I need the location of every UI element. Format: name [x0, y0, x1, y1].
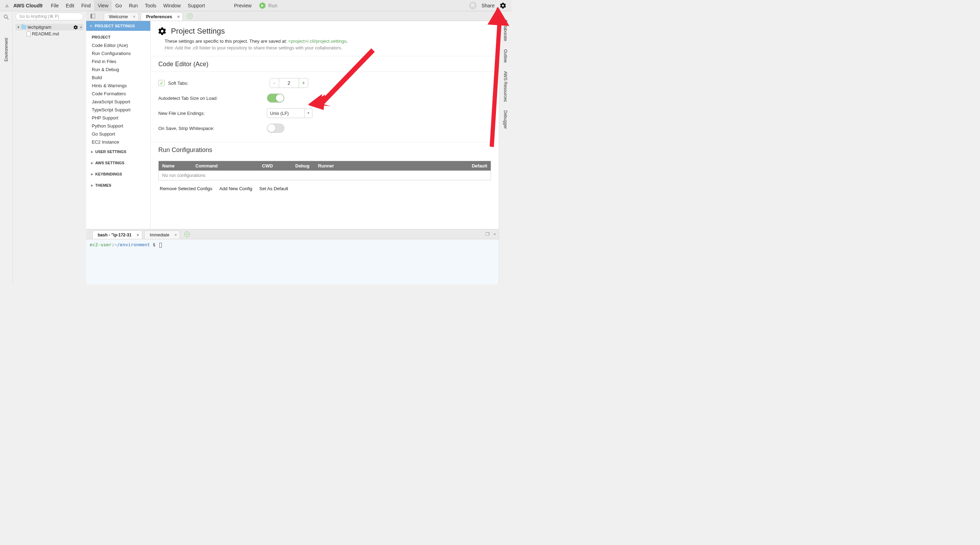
menubar: AWS Cloud9 File Edit Find View Go Run To… [0, 0, 511, 11]
pref-link-code-formatters[interactable]: Code Formatters [86, 90, 150, 98]
page-hint: Hint: Add the .c9 folder to your reposit… [151, 45, 499, 56]
environment-tab[interactable]: Environment [4, 38, 9, 61]
autodetect-toggle[interactable] [267, 94, 285, 103]
aws-resources-tab[interactable]: AWS Resources [503, 71, 508, 102]
pref-section-keybindings[interactable]: ▶KEYBINDINGS [86, 168, 150, 180]
menu-find[interactable]: Find [78, 0, 94, 11]
close-panel-icon[interactable]: × [493, 232, 496, 237]
new-tab-button[interactable]: + [187, 13, 192, 19]
tree-gear-icon[interactable] [73, 25, 78, 30]
col-name: Name [159, 161, 192, 171]
goto-anything-input[interactable]: Go to Anything (⌘ P) [16, 13, 83, 20]
page-description: These settings are specific to this proj… [151, 38, 499, 45]
newfile-select[interactable]: Unix (LF) ▼ [267, 108, 312, 118]
pref-link-php-support[interactable]: PHP Support [86, 114, 150, 122]
menu-edit[interactable]: Edit [62, 0, 78, 11]
tab-welcome[interactable]: Welcome × [104, 12, 139, 21]
terminal[interactable]: ec2-user:~/environment $ [86, 239, 499, 284]
editor-tabstrip: Welcome × Preferences × + [86, 11, 499, 21]
soft-tabs-checkbox[interactable] [158, 80, 165, 86]
soft-tabs-stepper: - 2 + [270, 78, 308, 88]
run-button[interactable]: Run [259, 2, 277, 9]
pref-link-hints-warnings[interactable]: Hints & Warnings [86, 82, 150, 90]
close-icon[interactable]: × [177, 14, 180, 19]
col-runner: Runner [315, 161, 356, 171]
chevron-right-icon: ▶ [91, 150, 93, 153]
tab-label: Immediate [150, 233, 169, 237]
svg-point-1 [4, 15, 7, 18]
menu-run[interactable]: Run [126, 0, 142, 11]
new-bottom-tab-button[interactable]: + [184, 232, 190, 237]
menu-support[interactable]: Support [184, 0, 208, 11]
cloud9-logo [4, 3, 10, 8]
setting-newfile-endings: New File Line Endings: Unix (LF) ▼ [158, 105, 491, 121]
tab-terminal[interactable]: bash - "ip-172-31 × [92, 230, 142, 239]
strip-toggle[interactable] [267, 124, 285, 133]
folder-icon [21, 25, 26, 29]
pref-link-python-support[interactable]: Python Support [86, 122, 150, 130]
remove-configs-button[interactable]: Remove Selected Configs [160, 186, 212, 191]
preview-button[interactable]: Preview [234, 3, 251, 8]
stepper-plus[interactable]: + [299, 78, 308, 87]
close-icon[interactable]: × [174, 232, 177, 237]
pref-link-find-in-files[interactable]: Find in Files [86, 57, 150, 65]
left-rail: Environment [0, 11, 13, 284]
set-default-button[interactable]: Set As Default [259, 186, 288, 191]
menu-tools[interactable]: Tools [142, 0, 160, 11]
terminal-user: ec2-user [90, 242, 112, 247]
gear-icon [158, 27, 167, 36]
maximize-icon[interactable]: ❐ [485, 232, 490, 237]
add-config-button[interactable]: Add New Config [219, 186, 252, 191]
chevron-down-icon: ▼ [90, 24, 92, 28]
menu-window[interactable]: Window [160, 0, 184, 11]
pref-link-run-configurations[interactable]: Run Configurations [86, 49, 150, 57]
pref-section-user-settings[interactable]: ▶USER SETTINGS [86, 146, 150, 157]
pref-link-run-debug[interactable]: Run & Debug [86, 65, 150, 73]
chevron-right-icon: ▶ [91, 162, 93, 165]
chevron-right-icon: ▶ [91, 184, 93, 187]
pref-link-ec2-instance[interactable]: EC2 Instance [86, 138, 150, 146]
terminal-prompt: $ [150, 242, 158, 247]
pref-section-aws-settings[interactable]: ▶AWS SETTINGS [86, 157, 150, 168]
collaborate-tab[interactable]: Collaborate [503, 20, 508, 41]
pref-link-javascript-support[interactable]: JavaScript Support [86, 98, 150, 106]
pref-group-title: PROJECT [86, 31, 150, 41]
settings-gear-icon[interactable] [500, 2, 506, 9]
preferences-main: Project Settings These settings are spec… [151, 21, 499, 229]
terminal-path: ~/environment [114, 242, 150, 247]
tab-preferences[interactable]: Preferences × [141, 12, 183, 21]
pref-section-project-settings[interactable]: ▼ PROJECT SETTINGS [86, 21, 150, 31]
pref-link-code-editor[interactable]: Code Editor (Ace) [86, 41, 150, 49]
search-icon[interactable] [3, 14, 10, 20]
outline-tab[interactable]: Outline [503, 49, 508, 63]
chevron-down-icon: ▾ [80, 25, 82, 29]
close-icon[interactable]: × [133, 14, 135, 19]
runcfg-actions: Remove Selected Configs Add New Config S… [151, 183, 499, 195]
menu-view[interactable]: View [94, 0, 112, 11]
debugger-tab[interactable]: Debugger [503, 110, 508, 129]
file-icon [27, 32, 30, 37]
tree-root[interactable]: ▼ techpitgram ▾ [16, 24, 83, 30]
svg-marker-0 [5, 4, 9, 7]
col-debug: Debug [292, 161, 315, 171]
newfile-label: New File Line Endings: [158, 111, 267, 116]
svg-rect-4 [91, 14, 92, 18]
pref-link-typescript-support[interactable]: TypeScript Support [86, 106, 150, 114]
avatar[interactable]: R [469, 2, 477, 10]
play-icon [259, 2, 266, 9]
chevron-right-icon: ▶ [91, 173, 93, 176]
col-cwd: CWD [258, 161, 292, 171]
menu-go[interactable]: Go [112, 0, 126, 11]
tree-file[interactable]: README.md [13, 30, 86, 37]
newfile-value: Unix (LF) [270, 111, 289, 116]
pref-link-go-support[interactable]: Go Support [86, 130, 150, 138]
menu-file[interactable]: File [47, 0, 62, 11]
stepper-minus[interactable]: - [270, 78, 279, 87]
close-icon[interactable]: × [137, 232, 139, 237]
pref-link-build[interactable]: Build [86, 73, 150, 82]
panel-collapse-icon[interactable] [91, 14, 95, 19]
pref-section-themes[interactable]: ▶THEMES [86, 180, 150, 191]
chevron-down-icon: ▼ [17, 25, 20, 29]
tab-immediate[interactable]: Immediate × [144, 230, 180, 239]
share-button[interactable]: Share [482, 3, 495, 8]
